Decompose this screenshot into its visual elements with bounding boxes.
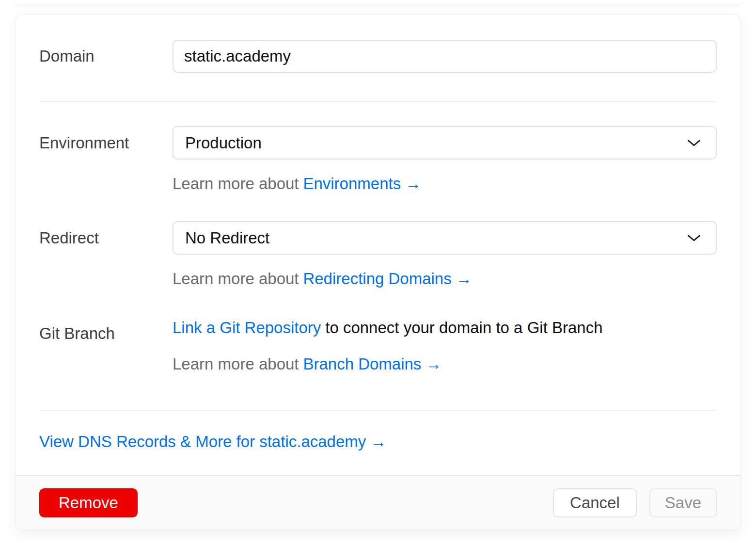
git-branch-text-after: to connect your domain to a Git Branch xyxy=(325,319,602,337)
redirect-learn-more: Learn more aboutRedirecting Domains→ xyxy=(173,269,717,289)
environment-select[interactable]: Production xyxy=(173,126,717,160)
domain-input[interactable] xyxy=(173,40,717,73)
learn-more-prefix: Learn more about xyxy=(173,270,299,288)
git-branch-row: Git Branch Link a Git Repositoryto conne… xyxy=(39,318,717,374)
redirect-row: Redirect No Redirect xyxy=(39,221,717,255)
redirect-selected-value: No Redirect xyxy=(185,229,269,247)
domain-settings-form: Domain Environment Production xyxy=(16,15,740,451)
environment-field: Production xyxy=(173,126,717,160)
redirect-field: No Redirect xyxy=(173,221,717,255)
domain-label: Domain xyxy=(39,47,173,66)
arrow-right-icon: → xyxy=(405,175,421,193)
dns-records-row: View DNS Records & More for static.acade… xyxy=(39,432,717,451)
environment-row: Environment Production xyxy=(39,126,717,160)
environment-learn-more: Learn more aboutEnvironments→ xyxy=(173,174,717,193)
arrow-right-icon: → xyxy=(425,355,441,373)
view-dns-records-link[interactable]: View DNS Records & More for static.acade… xyxy=(39,433,386,450)
domain-field xyxy=(173,40,717,73)
remove-button[interactable]: Remove xyxy=(39,488,138,517)
chevron-down-icon xyxy=(687,139,701,147)
section-divider xyxy=(39,410,717,411)
branch-domains-link[interactable]: Branch Domains→ xyxy=(303,355,441,373)
arrow-right-icon: → xyxy=(456,270,472,288)
redirect-label: Redirect xyxy=(39,228,173,248)
learn-more-prefix: Learn more about xyxy=(173,355,299,373)
learn-more-prefix: Learn more about xyxy=(173,175,299,193)
git-branch-label: Git Branch xyxy=(39,324,173,343)
git-branch-field: Link a Git Repositoryto connect your dom… xyxy=(173,318,717,374)
chevron-down-icon xyxy=(687,234,701,242)
link-git-repository-link[interactable]: Link a Git Repository xyxy=(173,319,321,337)
redirecting-domains-link[interactable]: Redirecting Domains→ xyxy=(303,270,472,288)
git-branch-learn-more: Learn more aboutBranch Domains→ xyxy=(173,354,717,374)
environments-link[interactable]: Environments→ xyxy=(303,175,421,193)
cancel-button[interactable]: Cancel xyxy=(553,488,637,517)
environment-selected-value: Production xyxy=(185,134,262,152)
git-branch-text: Link a Git Repositoryto connect your dom… xyxy=(173,318,717,338)
redirect-select[interactable]: No Redirect xyxy=(173,221,717,255)
arrow-right-icon: → xyxy=(370,433,386,450)
save-button[interactable]: Save xyxy=(649,488,717,517)
section-divider xyxy=(39,101,717,102)
previous-card-edge xyxy=(14,0,742,4)
card-footer: Remove Cancel Save xyxy=(16,475,740,530)
domain-row: Domain xyxy=(39,40,717,73)
domain-settings-card: Domain Environment Production xyxy=(15,14,741,530)
environment-label: Environment xyxy=(39,133,173,153)
